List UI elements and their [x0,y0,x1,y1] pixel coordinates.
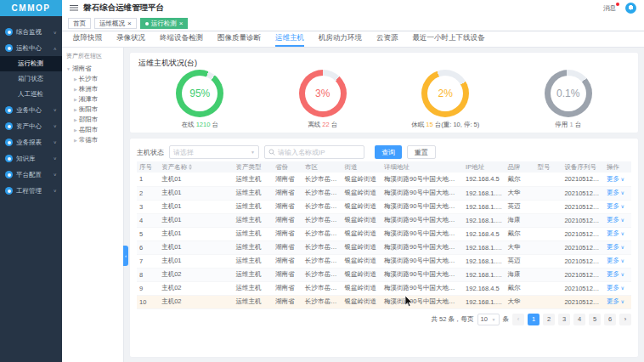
sidebar-item[interactable]: 资产中心∨ [0,118,62,134]
sort-icon[interactable] [189,164,192,170]
tag-tab[interactable]: 运行检测× [140,18,189,29]
more-link[interactable]: 更多 [607,270,619,278]
pagination-total: 共 52 条，每页 [431,315,473,324]
query-button[interactable]: 查询 [375,145,402,159]
more-link[interactable]: 更多 [607,243,619,251]
table-row[interactable]: 2主机01运维主机湖南省长沙市岳麓区银盆岭街道梅溪街路90号中国大地研究所192… [137,186,631,200]
close-icon[interactable]: × [179,20,184,27]
table-cell: 主机02 [159,295,233,308]
sidebar-item[interactable]: 工程管理∨ [0,183,62,199]
sidebar-item[interactable]: 知识库∨ [0,150,62,167]
table-cell: 长沙市岳麓区 [302,295,342,308]
page-size-select[interactable]: 10 ▼ [477,314,500,325]
page-button[interactable]: 1 [528,314,539,325]
sidebar-subitem[interactable]: 箱门状态 [0,71,62,87]
more-link[interactable]: 更多 [607,229,619,237]
chevron-down-icon: ∨ [619,258,624,263]
page-button[interactable]: 2 [543,314,555,325]
subtab[interactable]: 故障快照 [73,33,102,47]
donut-percent: 3% [315,88,330,99]
table-cell: 运维主机 [234,281,274,295]
sidebar-item[interactable]: 平台配置∨ [0,167,62,183]
tree-city-node[interactable]: ▶常德市 [66,135,119,145]
more-link[interactable]: 更多 [607,284,619,291]
more-link[interactable]: 更多 [607,257,619,264]
sidebar-menu: 综合监视∨运检中心∧运行检测箱门状态人工巡检业务中心∨资产中心∨业务报表∨知识库… [0,16,62,199]
more-link[interactable]: 更多 [607,202,619,210]
tree-city-label: 常德市 [79,136,99,144]
tree-city-node[interactable]: ▶长沙市 [66,74,119,84]
tree-city-node[interactable]: ▶湘潭市 [66,94,119,105]
messages-link[interactable]: 消息 [603,4,619,13]
hamburger-icon[interactable] [70,5,78,11]
table-cell: 202105120001 [562,200,603,213]
table-row[interactable]: 9主机02运维主机湖南省长沙市岳麓区银盆岭街道梅溪街路90号中国大地研究所192… [137,281,631,295]
table-cell: 192.168.1.86 [463,254,505,268]
reset-button[interactable]: 重置 [407,145,436,159]
column-header: 资产类型 [234,161,274,173]
host-status-select[interactable]: 请选择 ▼ [169,145,259,159]
chevron-down-icon: ∨ [54,30,57,35]
column-header: 详细地址 [381,161,463,173]
table-row[interactable]: 1主机01运维主机湖南省长沙市岳麓区银盆岭街道梅溪街路90号中国大地研究所192… [137,173,631,186]
page-button[interactable]: 3 [558,314,570,325]
sidebar-item[interactable]: 运检中心∧ [0,40,62,56]
subtab[interactable]: 录像状况 [116,33,145,47]
sidebar-item[interactable]: 业务中心∨ [0,102,62,118]
tag-tab[interactable]: 首页 [68,18,91,29]
menu-section-icon [5,187,13,195]
donut-label-suffix: 台 [573,121,582,128]
messages-label: 消息 [603,4,616,12]
sidebar-subitem[interactable]: 人工巡检 [0,87,62,102]
tree-city-node[interactable]: ▶衡阳市 [66,105,119,115]
more-link[interactable]: 更多 [607,189,619,196]
tree-city-node[interactable]: ▶株洲市 [66,84,119,94]
tree-node-province[interactable]: ▼湖南省 [66,64,119,74]
table-row[interactable]: 3主机01运维主机湖南省长沙市岳麓区银盆岭街道梅溪街路90号中国大地研究所192… [137,200,631,213]
donut-value: 22 [322,121,329,128]
search-input[interactable]: 请输入名称或IP [264,145,364,159]
prev-page-button[interactable]: ‹ [512,314,524,325]
sort-asc-icon [189,164,192,167]
avatar[interactable] [625,3,636,14]
subtab[interactable]: 机房动力环境 [319,33,362,47]
table-row[interactable]: 4主机01运维主机湖南省长沙市岳麓区银盆岭街道梅溪街路90号中国大地研究所192… [137,213,631,227]
table-cell: 主机02 [159,281,233,295]
donut-label: 停用 1 台 [555,121,581,129]
donut-label: 休眠 15 台(重: 10, 停: 5) [411,121,479,129]
subtab[interactable]: 终端设备检测 [160,33,203,47]
more-link[interactable]: 更多 [607,175,619,183]
close-icon[interactable]: × [127,20,132,27]
sidebar-item[interactable]: 综合监视∨ [0,24,62,40]
subtab[interactable]: 云资源 [376,33,398,47]
subtab[interactable]: 运维主机 [275,33,304,47]
table-row[interactable]: 6主机01运维主机湖南省长沙市岳麓区银盆岭街道梅溪街路90号中国大地研究所192… [137,240,631,254]
page-button[interactable]: 4 [573,314,585,325]
table-cell: 运维主机 [234,186,274,200]
table-row[interactable]: 5主机01运维主机湖南省长沙市岳麓区银盆岭街道梅溪街路90号中国大地研究所192… [137,227,631,240]
column-header[interactable]: 资产名称 [159,161,233,173]
sidebar-item[interactable]: 业务报表∨ [0,134,62,150]
page-button[interactable]: 5 [589,314,601,325]
table-cell: 长沙市岳麓区 [302,186,342,200]
next-page-button[interactable]: › [619,314,631,325]
table-row[interactable]: 8主机02运维主机湖南省长沙市岳麓区银盆岭街道梅溪街路90号中国大地研究所192… [137,268,631,281]
panel-collapse-handle[interactable]: ‹ [123,246,128,266]
table-row[interactable]: 7主机01运维主机湖南省长沙市岳麓区银盆岭街道梅溪街路90号中国大地研究所192… [137,254,631,268]
content-area: 资产所在辖区 ▼湖南省 ▶长沙市▶株洲市▶湘潭市▶衡阳市▶邵阳市▶岳阳市▶常德市… [62,48,644,362]
table-cell: 海康 [506,268,535,281]
chevron-down-icon: ∨ [54,189,57,194]
more-link[interactable]: 更多 [607,216,619,223]
tree-city-node[interactable]: ▶邵阳市 [66,115,119,125]
sidebar-subitem[interactable]: 运行检测 [0,56,62,71]
page-button[interactable]: 6 [604,314,616,325]
subtab[interactable]: 最近一小时上下线设备 [413,33,485,47]
tree-city-node[interactable]: ▶岳阳市 [66,125,119,135]
tree-city-label: 株洲市 [79,85,99,93]
tag-tab[interactable]: 运维概况× [94,18,137,29]
subtab[interactable]: 图像质量诊断 [217,33,261,47]
status-donut: 3%离线 22 台 [262,70,385,129]
donut-label-prefix: 停用 [555,121,569,128]
table-row[interactable]: 10主机02运维主机湖南省长沙市岳麓区银盆岭街道梅溪街路90号中国大地研究所19… [137,295,631,308]
more-link[interactable]: 更多 [607,297,619,305]
